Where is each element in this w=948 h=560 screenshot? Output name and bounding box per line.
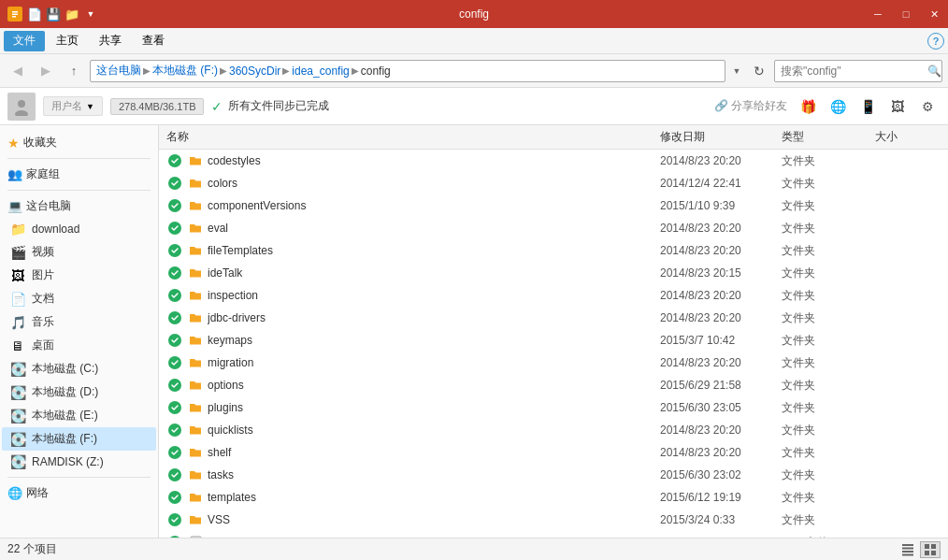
sidebar-item-videos[interactable]: 🎬 视频 bbox=[2, 240, 156, 264]
col-date-header[interactable]: 修改日期 bbox=[660, 129, 782, 145]
qa-dropdown-icon[interactable]: ▼ bbox=[82, 6, 99, 22]
sidebar-item-music[interactable]: 🎵 音乐 bbox=[2, 310, 156, 334]
sidebar-network-header[interactable]: 🌐 网络 bbox=[0, 481, 158, 505]
filelist-header: 名称 修改日期 类型 大小 bbox=[159, 125, 948, 150]
file-type-icon: TXT bbox=[187, 534, 204, 538]
sync-icon bbox=[166, 534, 183, 538]
gift-icon[interactable]: 🎁 bbox=[795, 93, 821, 120]
file-date: 2015/6/29 21:58 bbox=[660, 379, 782, 392]
breadcrumb-360sycdir[interactable]: 360SycDir bbox=[229, 65, 280, 78]
table-row[interactable]: colors 2014/12/4 22:41 文件夹 bbox=[159, 172, 948, 194]
drive-c-icon: 💽 bbox=[9, 362, 26, 377]
sidebar-item-pictures[interactable]: 🖼 图片 bbox=[2, 264, 156, 287]
sidebar-item-ramdisk[interactable]: 💽 RAMDISK (Z:) bbox=[2, 451, 156, 473]
svg-rect-24 bbox=[191, 537, 201, 538]
table-row[interactable]: componentVersions 2015/1/10 9:39 文件夹 bbox=[159, 194, 948, 217]
table-row[interactable]: tasks 2015/6/30 23:02 文件夹 bbox=[159, 464, 948, 486]
qa-newfile-icon[interactable]: 📄 bbox=[26, 6, 43, 22]
file-name: disabled_plugins.txt bbox=[208, 536, 660, 538]
sidebar-item-label: 本地磁盘 (F:) bbox=[32, 431, 97, 447]
table-row[interactable]: VSS 2015/3/24 0:33 文件夹 bbox=[159, 509, 948, 531]
table-row[interactable]: jdbc-drivers 2014/8/23 20:20 文件夹 bbox=[159, 307, 948, 329]
table-row[interactable]: migration 2014/8/23 20:20 文件夹 bbox=[159, 352, 948, 374]
sidebar-homegroup-header[interactable]: 👥 家庭组 bbox=[0, 163, 158, 186]
file-type-icon bbox=[187, 287, 204, 304]
star-icon: ★ bbox=[7, 136, 20, 151]
address-dropdown-button[interactable]: ▼ bbox=[729, 60, 744, 82]
table-row[interactable]: plugins 2015/6/30 23:05 文件夹 bbox=[159, 396, 948, 419]
back-button: ◀ bbox=[6, 60, 30, 82]
sidebar-item-drive-d[interactable]: 💽 本地磁盘 (D:) bbox=[2, 381, 156, 404]
file-type: 文件夹 bbox=[782, 423, 875, 438]
table-row[interactable]: fileTemplates 2014/8/23 20:20 文件夹 bbox=[159, 239, 948, 262]
phone-icon[interactable]: 📱 bbox=[855, 93, 881, 120]
breadcrumb-drive[interactable]: 本地磁盘 (F:) bbox=[152, 63, 218, 79]
file-date: 2015/1/10 9:39 bbox=[660, 199, 782, 212]
search-icon[interactable]: 🔍 bbox=[926, 60, 941, 82]
list-view-icon[interactable] bbox=[920, 541, 941, 558]
table-row[interactable]: eval 2014/8/23 20:20 文件夹 bbox=[159, 217, 948, 239]
table-row[interactable]: shelf 2014/8/23 20:20 文件夹 bbox=[159, 441, 948, 464]
table-row[interactable]: inspection 2014/8/23 20:20 文件夹 bbox=[159, 284, 948, 307]
col-type-header[interactable]: 类型 bbox=[782, 129, 875, 145]
file-date: 2014/8/23 20:20 bbox=[660, 244, 782, 257]
search-input[interactable] bbox=[775, 65, 926, 78]
image-icon[interactable]: 🖼 bbox=[884, 93, 911, 120]
close-button[interactable]: ✕ bbox=[920, 0, 948, 28]
table-row[interactable]: ideTalk 2014/8/23 20:15 文件夹 bbox=[159, 262, 948, 284]
minimize-button[interactable]: ─ bbox=[864, 0, 892, 28]
file-type: 文件夹 bbox=[782, 445, 875, 461]
sidebar-item-download[interactable]: 📁 download bbox=[2, 218, 156, 240]
sync-icon bbox=[166, 197, 183, 214]
breadcrumb-sep3: ▶ bbox=[282, 65, 290, 76]
qa-save-icon[interactable]: 💾 bbox=[45, 6, 62, 22]
menu-help-icon[interactable]: ? bbox=[927, 33, 944, 50]
sidebar-favorites-header[interactable]: ★ 收藏夹 bbox=[0, 131, 158, 154]
file-type-icon bbox=[187, 422, 204, 438]
file-name: ideTalk bbox=[208, 266, 660, 280]
sidebar-thispc-header[interactable]: 💻 这台电脑 bbox=[0, 194, 158, 218]
file-date: 2014/8/23 20:15 bbox=[660, 266, 782, 280]
file-type: 文件夹 bbox=[782, 153, 875, 169]
sidebar-item-drive-f[interactable]: 💽 本地磁盘 (F:) bbox=[2, 427, 156, 451]
breadcrumb-thispc[interactable]: 这台电脑 bbox=[96, 63, 141, 79]
svg-rect-38 bbox=[902, 553, 913, 555]
sync-icon bbox=[166, 309, 183, 326]
gear-icon[interactable]: ⚙ bbox=[914, 93, 941, 120]
breadcrumb[interactable]: 这台电脑 ▶ 本地磁盘 (F:) ▶ 360SycDir ▶ idea_conf… bbox=[90, 60, 725, 82]
table-row[interactable]: TXT disabled_plugins.txt 2015/6/29 21:57… bbox=[159, 531, 948, 538]
details-view-icon[interactable] bbox=[898, 541, 918, 558]
sidebar-item-label: 文档 bbox=[32, 291, 54, 307]
table-row[interactable]: codestyles 2014/8/23 20:20 文件夹 bbox=[159, 150, 948, 172]
sync-icon bbox=[166, 422, 183, 438]
file-type-icon bbox=[187, 152, 204, 169]
file-type-icon bbox=[187, 444, 204, 461]
sidebar-item-drive-c[interactable]: 💽 本地磁盘 (C:) bbox=[2, 357, 156, 381]
table-row[interactable]: quicklists 2014/8/23 20:20 文件夹 bbox=[159, 419, 948, 441]
sidebar-item-documents[interactable]: 📄 文档 bbox=[2, 287, 156, 310]
qa-folder-icon[interactable]: 📁 bbox=[64, 6, 80, 22]
col-size-header[interactable]: 大小 bbox=[875, 129, 941, 145]
menu-file[interactable]: 文件 bbox=[4, 31, 45, 51]
homegroup-label: 家庭组 bbox=[26, 166, 60, 182]
file-type-icon bbox=[187, 175, 204, 192]
refresh-button[interactable]: ↻ bbox=[748, 60, 770, 82]
table-row[interactable]: keymaps 2015/3/7 10:42 文件夹 bbox=[159, 329, 948, 352]
sidebar-item-drive-e[interactable]: 💽 本地磁盘 (E:) bbox=[2, 404, 156, 427]
menu-view[interactable]: 查看 bbox=[133, 31, 174, 51]
up-button[interactable]: ↑ bbox=[62, 60, 86, 82]
sync-icon bbox=[166, 332, 183, 349]
sidebar-item-desktop[interactable]: 🖥 桌面 bbox=[2, 334, 156, 357]
globe-icon[interactable]: 🌐 bbox=[825, 93, 851, 120]
table-row[interactable]: options 2015/6/29 21:58 文件夹 bbox=[159, 374, 948, 396]
table-row[interactable]: templates 2015/6/12 19:19 文件夹 bbox=[159, 486, 948, 509]
syncbar: 用户名 ▼ 278.4MB/36.1TB ✓ 所有文件同步已完成 🔗 分享给好友… bbox=[0, 88, 948, 125]
username-dropdown[interactable]: 用户名 ▼ bbox=[43, 96, 103, 116]
col-name-header[interactable]: 名称 bbox=[166, 129, 660, 145]
menu-share[interactable]: 共享 bbox=[90, 31, 131, 51]
sidebar-item-label: 图片 bbox=[32, 267, 54, 283]
share-button[interactable]: 🔗 分享给好友 bbox=[714, 98, 787, 114]
restore-button[interactable]: □ bbox=[892, 0, 920, 28]
breadcrumb-ideaconfig[interactable]: idea_config bbox=[292, 65, 349, 78]
menu-home[interactable]: 主页 bbox=[47, 31, 88, 51]
